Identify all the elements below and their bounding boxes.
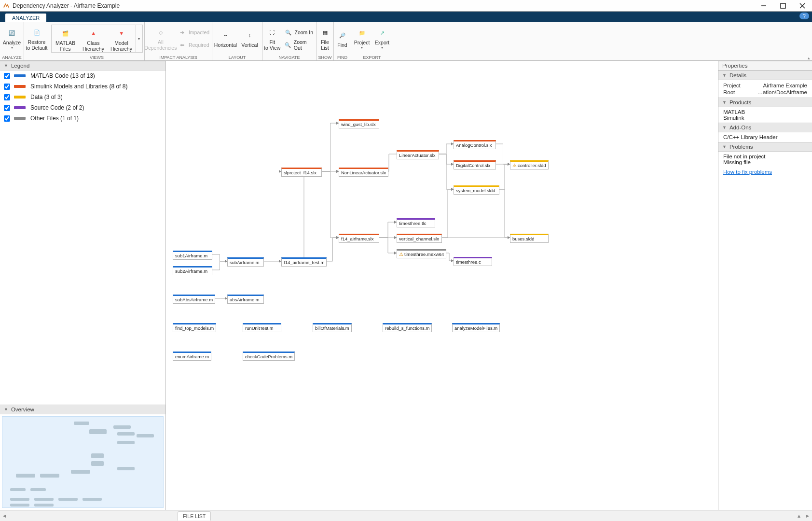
scroll-left-button[interactable]: ◂ [0, 512, 9, 519]
node-label: vertical_channel.slx [399, 236, 439, 241]
file-list-tab[interactable]: FILE LIST [178, 511, 211, 521]
legend-checkbox[interactable] [4, 115, 10, 122]
views-gallery-dropdown[interactable]: ▾ [136, 25, 142, 52]
legend-item[interactable]: Data (3 of 3) [0, 92, 165, 102]
node-label: slproject_f14.slx [284, 170, 317, 175]
graph-node[interactable]: subAirframe.m [227, 257, 264, 267]
legend-label: Data (3 of 3) [30, 94, 63, 100]
project-icon: 📁 [356, 27, 368, 39]
legend-item[interactable]: Source Code (2 of 2) [0, 102, 165, 113]
problem-item: File not in project [723, 154, 807, 159]
legend-checkbox[interactable] [4, 73, 10, 79]
fit-to-view-button[interactable]: ⛶Fit to View [262, 24, 282, 53]
graph-node[interactable]: timesthree.tlc [397, 218, 435, 227]
graph-node[interactable]: f14_airframe_test.m [281, 257, 327, 267]
toolstrip-collapse-handle[interactable]: ▴ [808, 56, 810, 60]
graph-node[interactable]: slproject_f14.slx [281, 168, 322, 177]
graph-node[interactable]: wind_gust_lib.slx [339, 119, 379, 128]
legend-checkbox[interactable] [4, 84, 10, 90]
class-hierarchy-view-button[interactable]: 🔺Class Hierarchy [80, 25, 108, 54]
graph-node[interactable]: rebuild_s_functions.m [383, 323, 432, 332]
graph-node[interactable]: vertical_channel.slx [397, 234, 442, 243]
legend-swatch [14, 85, 26, 88]
node-label: billOfMaterials.m [315, 325, 349, 331]
analyze-button[interactable]: 🔄Analyze▾ [1, 24, 23, 53]
graph-canvas[interactable]: wind_gust_lib.slxslproject_f14.slxNonLin… [166, 61, 718, 510]
legend-checkbox[interactable] [4, 94, 10, 100]
model-hierarchy-view-button[interactable]: 🔻Model Hierarchy [108, 25, 136, 54]
horizontal-layout-button[interactable]: ↔Horizontal [213, 24, 238, 53]
zoom-out-button[interactable]: 🔍Zoom Out [282, 39, 316, 51]
export-button[interactable]: ↗Export▾ [372, 24, 392, 53]
warning-icon: ⚠ [512, 163, 517, 168]
overview-header[interactable]: ▼Overview [0, 405, 165, 414]
chevron-down-icon: ▾ [381, 45, 383, 50]
graph-edges [166, 61, 718, 510]
tab-analyzer[interactable]: ANALYZER [5, 13, 47, 22]
graph-node[interactable]: sub2Airframe.m [173, 266, 212, 275]
graph-node[interactable]: LinearActuator.slx [397, 150, 439, 159]
legend-checkbox[interactable] [4, 105, 10, 111]
property-value: …ation\DocAirframe [757, 89, 807, 95]
graph-node[interactable]: sub1Airframe.m [173, 251, 212, 260]
graph-node[interactable]: absAirframe.m [227, 295, 264, 304]
addon-item: C/C++ Library Header [723, 134, 807, 140]
graph-node[interactable]: analyzeModelFiles.m [452, 323, 500, 332]
fix-problems-link[interactable]: How to fix problems [723, 169, 772, 175]
graph-node[interactable]: ⚠timesthree.mexw64 [397, 249, 446, 258]
zoom-in-button[interactable]: 🔍Zoom In [282, 26, 316, 39]
graph-node[interactable]: find_top_models.m [173, 323, 216, 332]
legend-item[interactable]: MATLAB Code (13 of 13) [0, 70, 165, 81]
graph-node[interactable]: DigitalControl.slx [454, 160, 496, 169]
graph-node[interactable]: billOfMaterials.m [313, 323, 352, 332]
overview-map[interactable] [2, 416, 164, 508]
vertical-layout-button[interactable]: ↕Vertical [238, 24, 261, 53]
find-button[interactable]: 🔎Find [334, 24, 351, 53]
node-label: LinearActuator.slx [399, 153, 436, 158]
graph-node[interactable]: enumAirframe.m [173, 352, 211, 361]
node-label: subAirframe.m [230, 260, 260, 265]
node-label: NonLinearActuator.slx [341, 170, 386, 175]
fit-icon: ⛶ [266, 27, 278, 38]
graph-node[interactable]: checkCodeProblems.m [243, 352, 295, 361]
details-header[interactable]: ▼Details [718, 70, 812, 80]
scroll-right-button[interactable]: ▸ [803, 512, 812, 519]
panel-collapse-handle[interactable]: ▴ [795, 512, 803, 519]
problems-header[interactable]: ▼Problems [718, 142, 812, 152]
document-icon: 📄 [31, 27, 42, 38]
close-button[interactable] [793, 0, 812, 12]
toolstrip-tabstrip: ANALYZER ? [0, 12, 812, 22]
find-group-label: FIND [334, 55, 351, 60]
legend-header[interactable]: ▼Legend [0, 61, 165, 70]
minimize-button[interactable] [754, 0, 773, 12]
project-export-button[interactable]: 📁Project▾ [352, 24, 372, 53]
views-group-label: VIEWS [49, 55, 144, 60]
graph-node[interactable]: NonLinearActuator.slx [339, 168, 388, 177]
graph-node[interactable]: f14_airframe.slx [339, 234, 379, 243]
maximize-button[interactable] [773, 0, 793, 12]
help-button[interactable]: ? [799, 13, 809, 19]
graph-node[interactable]: runUnitTest.m [243, 323, 281, 332]
restore-to-default-button[interactable]: 📄Restore to Default [25, 24, 49, 53]
graph-node[interactable]: subAbsAirframe.m [173, 295, 215, 304]
graph-node[interactable]: system_model.sldd [454, 185, 499, 195]
products-header[interactable]: ▼Products [718, 98, 812, 107]
legend-swatch [14, 106, 26, 109]
legend-item[interactable]: Simulink Models and Libraries (8 of 8) [0, 81, 165, 92]
search-icon: 🔎 [337, 29, 348, 41]
matlab-files-view-button[interactable]: 🗂️MATLAB Files [52, 25, 80, 54]
zoom-in-icon: 🔍 [284, 28, 292, 37]
properties-header: Properties [718, 61, 812, 70]
caret-down-icon: ▼ [722, 125, 727, 130]
node-label: AnalogControl.slx [456, 142, 492, 148]
node-label: controller.sldd [518, 163, 546, 168]
graph-node[interactable]: buses.sldd [510, 234, 549, 243]
graph-node[interactable]: AnalogControl.slx [454, 140, 496, 149]
legend-item[interactable]: Other Files (1 of 1) [0, 113, 165, 124]
graph-node[interactable]: ⚠controller.sldd [510, 160, 549, 169]
properties-panel: Properties ▼Details ProjectAirframe Exam… [718, 61, 812, 510]
graph-node[interactable]: timesthree.c [454, 257, 492, 266]
navigate-group-label: NAVIGATE [262, 55, 316, 60]
file-list-button[interactable]: ▦File List [317, 24, 333, 53]
addons-header[interactable]: ▼Add-Ons [718, 123, 812, 132]
